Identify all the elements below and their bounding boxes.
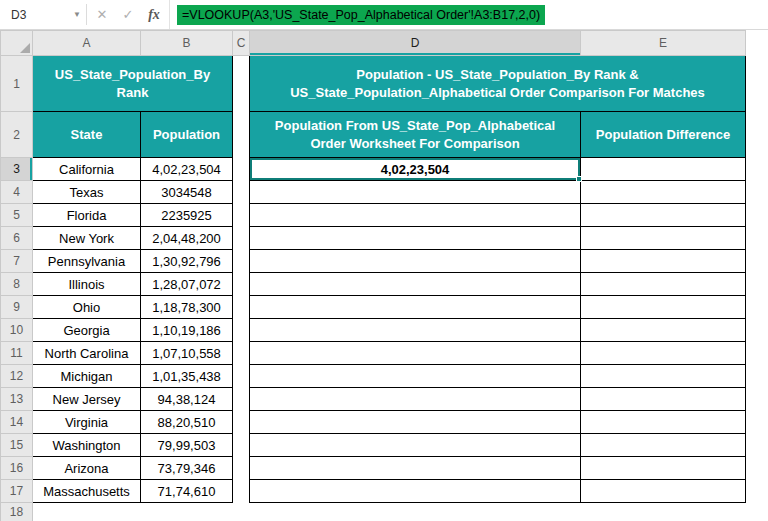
gap-cell[interactable]	[233, 319, 250, 342]
row-header-14[interactable]: 14	[1, 411, 33, 434]
gap-cell[interactable]	[233, 181, 250, 204]
state-cell[interactable]: Florida	[33, 204, 141, 227]
difference-cell[interactable]	[581, 227, 746, 250]
row-header-10[interactable]: 10	[1, 319, 33, 342]
column-header-D[interactable]: D	[250, 31, 581, 56]
column-header-E[interactable]: E	[581, 31, 746, 56]
difference-header-cell[interactable]: Population Difference	[581, 112, 746, 158]
population-cell[interactable]: 94,38,124	[141, 388, 233, 411]
state-cell[interactable]: Texas	[33, 181, 141, 204]
comparison-header-cell[interactable]: Population From US_State_Pop_Alphabetica…	[250, 112, 581, 158]
empty-cells[interactable]	[33, 503, 746, 521]
comparison-cell[interactable]	[250, 227, 581, 250]
population-cell[interactable]: 71,74,610	[141, 480, 233, 503]
cancel-icon[interactable]: ✕	[89, 7, 115, 22]
row-header-16[interactable]: 16	[1, 457, 33, 480]
comparison-cell[interactable]	[250, 342, 581, 365]
comparison-cell[interactable]	[250, 411, 581, 434]
population-cell[interactable]: 1,28,07,072	[141, 273, 233, 296]
difference-cell[interactable]	[581, 365, 746, 388]
gap-cell[interactable]	[233, 388, 250, 411]
difference-cell[interactable]	[581, 250, 746, 273]
population-cell[interactable]: 1,07,10,558	[141, 342, 233, 365]
comparison-cell[interactable]	[250, 204, 581, 227]
insert-function-icon[interactable]: fx	[141, 7, 167, 23]
row-header-5[interactable]: 5	[1, 204, 33, 227]
difference-cell[interactable]	[581, 457, 746, 480]
gap-cell[interactable]	[233, 457, 250, 480]
population-cell[interactable]: 1,30,92,796	[141, 250, 233, 273]
difference-cell[interactable]	[581, 319, 746, 342]
gap-cell[interactable]	[233, 365, 250, 388]
difference-cell[interactable]	[581, 388, 746, 411]
state-cell[interactable]: North Carolina	[33, 342, 141, 365]
name-box[interactable]: D3 ▼	[0, 0, 86, 29]
difference-cell[interactable]	[581, 434, 746, 457]
state-cell[interactable]: California	[33, 158, 141, 181]
row-header-7[interactable]: 7	[1, 250, 33, 273]
gap-cell[interactable]	[233, 411, 250, 434]
population-header-cell[interactable]: Population	[141, 112, 233, 158]
selected-cell-D3[interactable]: 4,02,23,504	[250, 158, 581, 181]
gap-cell[interactable]	[233, 296, 250, 319]
column-header-B[interactable]: B	[141, 31, 233, 56]
comparison-cell[interactable]	[250, 181, 581, 204]
population-cell[interactable]: 73,79,346	[141, 457, 233, 480]
right-table-title[interactable]: Population - US_State_Population_By Rank…	[250, 56, 746, 112]
population-cell[interactable]: 1,18,78,300	[141, 296, 233, 319]
comparison-cell[interactable]	[250, 434, 581, 457]
difference-cell[interactable]	[581, 342, 746, 365]
state-cell[interactable]: Michigan	[33, 365, 141, 388]
population-cell[interactable]: 1,01,35,438	[141, 365, 233, 388]
population-cell[interactable]: 2235925	[141, 204, 233, 227]
gap-cell[interactable]	[233, 158, 250, 181]
gap-cell[interactable]	[233, 227, 250, 250]
left-table-title[interactable]: US_State_Population_ByRank	[33, 56, 233, 112]
gap-cell[interactable]	[233, 273, 250, 296]
state-cell[interactable]: Georgia	[33, 319, 141, 342]
state-header-cell[interactable]: State	[33, 112, 141, 158]
state-cell[interactable]: Virginia	[33, 411, 141, 434]
row-header-12[interactable]: 12	[1, 365, 33, 388]
difference-cell[interactable]	[581, 181, 746, 204]
state-cell[interactable]: Arizona	[33, 457, 141, 480]
formula-input[interactable]: =VLOOKUP(A3,'US_State_Pop_Alphabetical O…	[169, 0, 768, 29]
comparison-cell[interactable]	[250, 457, 581, 480]
state-cell[interactable]: Ohio	[33, 296, 141, 319]
state-cell[interactable]: New Jersey	[33, 388, 141, 411]
difference-cell[interactable]	[581, 411, 746, 434]
row-header-2[interactable]: 2	[1, 112, 33, 158]
difference-cell[interactable]	[581, 296, 746, 319]
row-header-18[interactable]: 18	[1, 503, 33, 521]
difference-cell[interactable]	[581, 158, 746, 181]
column-header-C[interactable]: C	[233, 31, 250, 56]
row-header-9[interactable]: 9	[1, 296, 33, 319]
population-cell[interactable]: 2,04,48,200	[141, 227, 233, 250]
difference-cell[interactable]	[581, 204, 746, 227]
gap-cell[interactable]	[233, 204, 250, 227]
comparison-cell[interactable]	[250, 296, 581, 319]
comparison-cell[interactable]	[250, 273, 581, 296]
state-cell[interactable]: Washington	[33, 434, 141, 457]
row-header-4[interactable]: 4	[1, 181, 33, 204]
gap-cell[interactable]	[233, 250, 250, 273]
state-cell[interactable]: Illinois	[33, 273, 141, 296]
enter-icon[interactable]: ✓	[115, 7, 141, 22]
row-header-15[interactable]: 15	[1, 434, 33, 457]
comparison-cell[interactable]	[250, 250, 581, 273]
difference-cell[interactable]	[581, 480, 746, 503]
difference-cell[interactable]	[581, 273, 746, 296]
comparison-cell[interactable]	[250, 480, 581, 503]
chevron-down-icon[interactable]: ▼	[73, 10, 81, 19]
population-cell[interactable]: 79,99,503	[141, 434, 233, 457]
row-header-6[interactable]: 6	[1, 227, 33, 250]
population-cell[interactable]: 4,02,23,504	[141, 158, 233, 181]
column-header-A[interactable]: A	[33, 31, 141, 56]
gap-cell[interactable]	[233, 342, 250, 365]
row-header-3[interactable]: 3	[1, 158, 33, 181]
comparison-cell[interactable]	[250, 319, 581, 342]
cell-c1[interactable]	[233, 56, 250, 112]
select-all-corner[interactable]	[1, 31, 33, 56]
row-header-13[interactable]: 13	[1, 388, 33, 411]
population-cell[interactable]: 88,20,510	[141, 411, 233, 434]
